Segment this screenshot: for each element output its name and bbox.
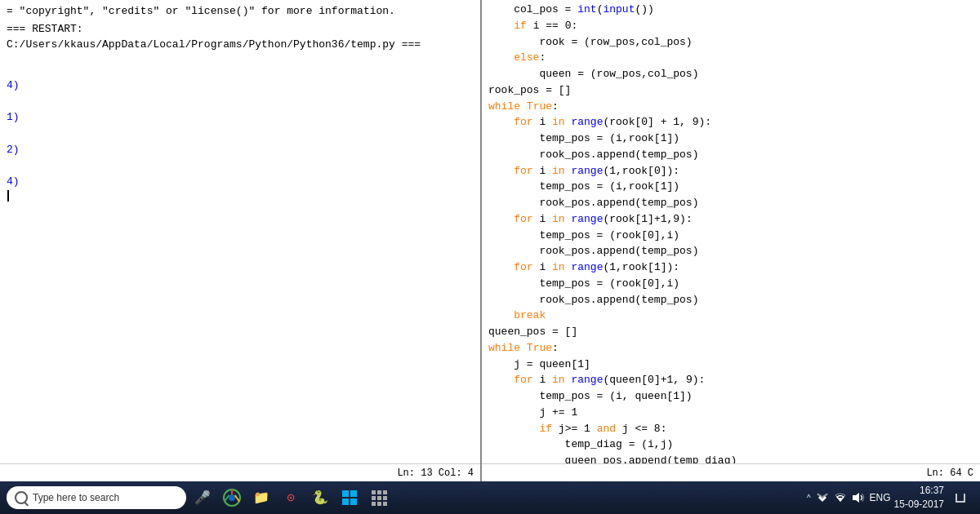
svg-rect-17: [383, 502, 387, 506]
search-label: Type here to search: [33, 492, 119, 503]
svg-rect-14: [383, 496, 387, 500]
svg-rect-5: [342, 490, 349, 497]
copyright-line: = "copyright", "credits" or "license()" …: [7, 3, 474, 20]
code-line-11: for i in range(1,rook[0]):: [488, 163, 973, 179]
code-line-23: j = queen[1]: [488, 357, 973, 373]
code-line-9: temp_pos = (i,rook[1]): [488, 131, 973, 147]
right-panel: col_pos = int(input()) if i == 0: rook =…: [482, 0, 980, 481]
code-line-7: while True:: [488, 99, 973, 115]
code-line-25: temp_pos = (i, queen[1]): [488, 388, 973, 405]
output-line-4: 4): [7, 174, 474, 190]
volume-icon: [852, 492, 865, 503]
svg-rect-11: [383, 490, 387, 494]
taskbar-search[interactable]: Type here to search: [7, 486, 186, 509]
taskbar-lang: ENG: [870, 492, 891, 503]
right-status-bar: Ln: 64 C: [482, 463, 980, 481]
code-line-13: rook_pos.append(temp_pos): [488, 195, 973, 211]
svg-rect-6: [350, 490, 357, 497]
code-line-17: for i in range(1,rook[1]):: [488, 259, 973, 276]
taskbar-tray: ^ ENG: [807, 492, 891, 503]
left-status-text: Ln: 13 Col: 4: [397, 467, 474, 479]
svg-rect-7: [342, 498, 349, 505]
code-line-15: temp_pos = (rook[0],i): [488, 228, 973, 244]
code-line-26: j += 1: [488, 405, 973, 421]
taskbar-mic-icon[interactable]: 🎤: [189, 485, 216, 511]
code-line-21: queen_pos = []: [488, 324, 973, 340]
code-line-3: rook = (row_pos,col_pos): [488, 34, 973, 51]
code-line-19: rook_pos.append(temp_pos): [488, 292, 973, 308]
code-line-4: else:: [488, 50, 973, 66]
code-line-10: rook_pos.append(temp_pos): [488, 147, 973, 163]
code-line-24: for i in range(queen[0]+1, 9):: [488, 372, 973, 388]
editor-container: = "copyright", "credits" or "license()" …: [0, 0, 980, 481]
left-panel: = "copyright", "credits" or "license()" …: [0, 0, 482, 481]
tray-expand-icon[interactable]: ^: [807, 494, 811, 503]
svg-rect-15: [372, 502, 376, 506]
code-line-28: temp_diag = (i,j): [488, 436, 973, 453]
chrome-icon: [223, 489, 241, 507]
taskbar-python-icon[interactable]: 🐍: [307, 485, 333, 511]
notification-icon-svg: [954, 491, 967, 504]
svg-rect-16: [377, 502, 381, 506]
svg-rect-9: [372, 490, 376, 494]
wifi-icon: [834, 492, 847, 503]
shell-cursor: [7, 190, 474, 202]
copyright-text: "copyright", "credits" or "license()" fo…: [20, 5, 395, 17]
svg-line-4: [225, 495, 229, 502]
taskbar-files-icon[interactable]: 📁: [248, 485, 274, 511]
taskbar-browser-icon[interactable]: [219, 485, 245, 511]
restart-line: === RESTART: C:/Users/kkaus/AppData/Loca…: [7, 21, 474, 53]
restart-text: RESTART: C:/Users/kkaus/AppData/Local/Pr…: [7, 23, 421, 51]
left-status-bar: Ln: 13 Col: 4: [0, 463, 480, 481]
svg-line-3: [235, 495, 239, 502]
code-editor[interactable]: col_pos = int(input()) if i == 0: rook =…: [482, 0, 980, 463]
code-line-12: temp_pos = (i,rook[1]): [488, 179, 973, 195]
taskbar-notifications-icon[interactable]: [947, 485, 973, 511]
code-line-6: rook_pos = []: [488, 82, 973, 99]
code-line-20: break: [488, 308, 973, 324]
output-line-1: 4): [7, 78, 474, 94]
code-line-29: queen_pos.append(temp_diag): [488, 453, 973, 463]
svg-point-1: [229, 494, 235, 501]
code-line-14: for i in range(rook[1]+1,9):: [488, 211, 973, 228]
grid-icon-svg: [371, 490, 387, 506]
windows-icon-svg: [342, 490, 357, 505]
output-line-3: 2): [7, 142, 474, 158]
code-line-22: while True:: [488, 340, 973, 357]
code-line-18: temp_pos = (rook[0],i): [488, 276, 973, 292]
code-line-2: if i == 0:: [488, 18, 973, 34]
svg-rect-13: [377, 496, 381, 500]
svg-rect-12: [372, 496, 376, 500]
taskbar-date-value: 15-09-2017: [894, 498, 944, 512]
taskbar-windows-icon[interactable]: [336, 485, 363, 511]
svg-rect-10: [377, 490, 381, 494]
taskbar-time-value: 16:37: [894, 484, 944, 498]
svg-rect-8: [350, 498, 357, 505]
search-icon: [15, 491, 28, 504]
taskbar-datetime: 16:37 15-09-2017: [894, 484, 944, 512]
code-line-1: col_pos = int(input()): [488, 2, 973, 18]
code-line-8: for i in range(rook[0] + 1, 9):: [488, 114, 973, 131]
shell-content: = "copyright", "credits" or "license()" …: [0, 0, 480, 463]
svg-marker-18: [853, 493, 859, 503]
taskbar-grid-icon[interactable]: [366, 485, 392, 511]
cursor-bar: [7, 190, 9, 202]
code-line-27: if j>= 1 and j <= 8:: [488, 421, 973, 437]
code-line-5: queen = (row_pos,col_pos): [488, 66, 973, 82]
taskbar-app1-icon[interactable]: ⊙: [278, 485, 304, 511]
right-status-text: Ln: 64 C: [926, 467, 973, 479]
output-block: 4) 1) 2) 4): [7, 78, 474, 190]
output-line-2: 1): [7, 109, 474, 126]
network-icon: [816, 492, 829, 503]
taskbar: Type here to search 🎤 📁 ⊙ 🐍: [0, 481, 980, 514]
code-line-16: rook_pos.append(temp_pos): [488, 243, 973, 259]
